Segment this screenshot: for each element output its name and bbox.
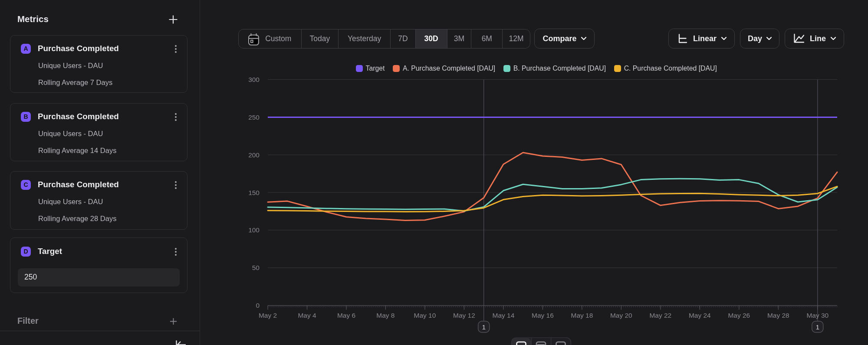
- svg-text:250: 250: [248, 114, 260, 121]
- svg-text:50: 50: [252, 264, 260, 271]
- svg-text:May 4: May 4: [298, 312, 316, 319]
- svg-text:300: 300: [248, 76, 260, 83]
- svg-text:150: 150: [248, 189, 260, 196]
- svg-text:May 2: May 2: [259, 312, 277, 319]
- svg-text:May 14: May 14: [492, 312, 514, 319]
- svg-text:1: 1: [482, 323, 486, 331]
- svg-text:May 28: May 28: [767, 312, 789, 319]
- svg-text:200: 200: [248, 151, 260, 159]
- svg-text:1: 1: [815, 323, 819, 331]
- svg-text:May 6: May 6: [337, 312, 355, 319]
- svg-text:May 22: May 22: [649, 312, 671, 319]
- svg-text:100: 100: [248, 226, 260, 234]
- svg-text:May 30: May 30: [806, 312, 829, 319]
- svg-text:0: 0: [256, 302, 260, 309]
- svg-text:May 12: May 12: [453, 312, 475, 319]
- svg-text:May 8: May 8: [376, 312, 395, 319]
- svg-text:May 20: May 20: [610, 312, 632, 319]
- svg-text:May 24: May 24: [689, 312, 711, 319]
- svg-text:May 26: May 26: [728, 312, 750, 319]
- svg-text:May 18: May 18: [571, 312, 593, 319]
- svg-text:May 16: May 16: [532, 312, 554, 319]
- svg-text:May 10: May 10: [414, 312, 436, 319]
